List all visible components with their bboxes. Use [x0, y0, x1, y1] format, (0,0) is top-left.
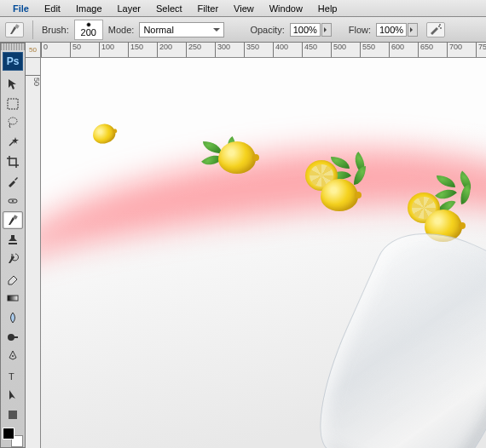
- stamp-tool[interactable]: [3, 231, 23, 249]
- menu-file[interactable]: File: [5, 2, 37, 15]
- brush-preset-picker[interactable]: 200: [74, 20, 103, 40]
- menu-image[interactable]: Image: [68, 2, 110, 15]
- ruler-tick: 200: [157, 43, 172, 58]
- mode-dropdown[interactable]: Normal: [139, 22, 224, 37]
- canvas-artwork-lemon-half-leaves: [305, 160, 343, 223]
- canvas-artwork-lemon-leaves: [210, 136, 247, 169]
- eyedropper-tool[interactable]: [3, 172, 23, 190]
- wand-tool[interactable]: [3, 134, 23, 152]
- ruler-tick: 300: [215, 43, 230, 58]
- ruler-vertical[interactable]: 50: [26, 58, 41, 448]
- opacity-spinner[interactable]: [290, 23, 332, 37]
- svg-point-2: [440, 27, 442, 29]
- ruler-tick: 450: [302, 43, 317, 58]
- move-tool[interactable]: [3, 75, 23, 93]
- flow-input[interactable]: [376, 23, 407, 37]
- type-tool[interactable]: T: [3, 367, 23, 385]
- foreground-color-swatch[interactable]: [3, 428, 14, 439]
- canvas-artwork-lemon: [90, 122, 117, 146]
- ruler-tick: 0: [41, 43, 48, 58]
- shape-tool[interactable]: [3, 406, 23, 424]
- svg-point-3: [439, 24, 441, 26]
- app-icon: Ps: [3, 52, 23, 72]
- color-swatches[interactable]: [3, 428, 23, 447]
- document-area: 50 0 50 100 150 200 250 300 350 400 450 …: [26, 43, 486, 448]
- menu-layer[interactable]: Layer: [110, 2, 149, 15]
- ruler-tick: 150: [128, 43, 143, 58]
- ruler-tick: 400: [273, 43, 288, 58]
- options-bar: Brush: 200 Mode: Normal Opacity: Flow:: [0, 17, 486, 43]
- svg-rect-13: [9, 411, 17, 419]
- ruler-tick: 650: [418, 43, 433, 58]
- svg-point-9: [8, 334, 14, 341]
- svg-text:T: T: [9, 371, 14, 382]
- ruler-origin[interactable]: 50: [26, 43, 41, 58]
- lasso-tool[interactable]: [3, 114, 23, 132]
- ruler-horizontal[interactable]: 0 50 100 150 200 250 300 350 400 450 500…: [41, 43, 486, 58]
- gradient-tool[interactable]: [3, 290, 23, 307]
- svg-point-5: [9, 118, 17, 124]
- marquee-tool[interactable]: [3, 95, 23, 112]
- canvas[interactable]: [41, 58, 486, 448]
- ruler-tick: 350: [244, 43, 259, 58]
- menu-bar: File Edit Image Layer Select Filter View…: [0, 0, 486, 17]
- opacity-label: Opacity:: [250, 25, 284, 35]
- dodge-tool[interactable]: [3, 328, 23, 346]
- ruler-tick: 750: [476, 43, 486, 58]
- history-brush-tool[interactable]: [3, 250, 23, 268]
- brush-label: Brush:: [42, 25, 69, 35]
- svg-point-11: [12, 355, 14, 357]
- opacity-input[interactable]: [290, 23, 321, 37]
- airbrush-toggle-icon[interactable]: [426, 22, 445, 37]
- mode-value: Normal: [143, 25, 173, 35]
- ruler-tick: 700: [447, 43, 462, 58]
- menu-window[interactable]: Window: [262, 2, 310, 15]
- separator: [32, 20, 33, 39]
- path-select-tool[interactable]: [3, 387, 23, 405]
- ruler-tick: 600: [389, 43, 404, 58]
- blur-tool[interactable]: [3, 308, 23, 326]
- opacity-flyout-icon[interactable]: [321, 23, 332, 37]
- brush-tool[interactable]: [3, 211, 23, 229]
- panel-grip[interactable]: [1, 43, 25, 50]
- menu-help[interactable]: Help: [310, 2, 345, 15]
- ruler-tick: 250: [186, 43, 201, 58]
- ruler-tick: 550: [360, 43, 375, 58]
- ruler-tick: 50: [70, 43, 81, 58]
- eraser-tool[interactable]: [3, 270, 23, 288]
- ruler-tick: 50: [26, 75, 41, 86]
- flow-flyout-icon[interactable]: [408, 23, 418, 37]
- crop-tool[interactable]: [3, 153, 23, 171]
- workspace: Ps T 50 0 50 100 150 200 250: [0, 43, 486, 448]
- mode-label: Mode:: [108, 25, 135, 35]
- svg-point-1: [438, 26, 440, 27]
- menu-edit[interactable]: Edit: [37, 2, 68, 15]
- menu-view[interactable]: View: [226, 2, 262, 15]
- flow-spinner[interactable]: [376, 23, 418, 37]
- menu-filter[interactable]: Filter: [190, 2, 226, 15]
- healing-tool[interactable]: [3, 192, 23, 210]
- pen-tool[interactable]: [3, 347, 23, 365]
- menu-select[interactable]: Select: [148, 2, 190, 15]
- ruler-tick: 100: [99, 43, 114, 58]
- svg-rect-4: [8, 99, 18, 109]
- brush-size-value: 200: [81, 27, 96, 37]
- svg-rect-10: [14, 336, 18, 338]
- current-tool-icon[interactable]: [5, 22, 24, 37]
- svg-rect-8: [8, 296, 18, 301]
- ruler-tick: 500: [331, 43, 346, 58]
- flow-label: Flow:: [349, 25, 371, 35]
- tool-panel: Ps T: [0, 43, 26, 448]
